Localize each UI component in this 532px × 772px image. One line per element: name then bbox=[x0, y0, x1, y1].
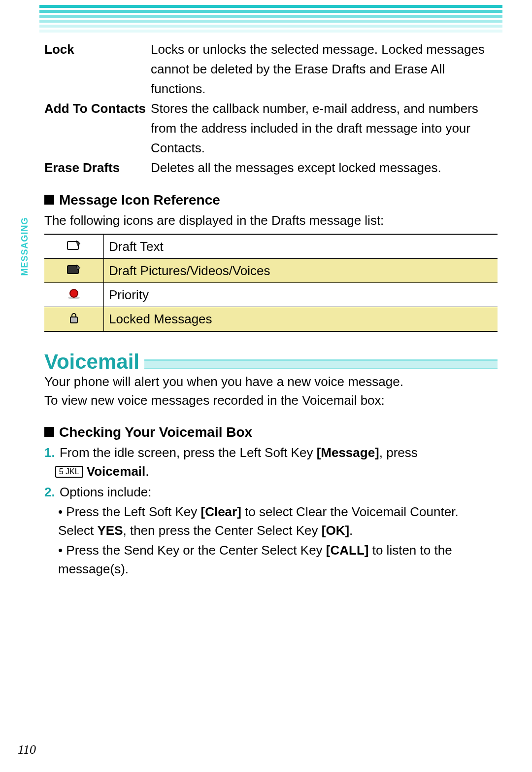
definition-term: Lock bbox=[44, 39, 151, 99]
section-tab-label: MESSAGING bbox=[20, 217, 30, 276]
step-text: , press bbox=[379, 445, 418, 460]
icon-label: Priority bbox=[104, 283, 498, 307]
icon-reference-intro: The following icons are displayed in the… bbox=[44, 211, 498, 230]
table-row: Draft Pictures/Videos/Voices bbox=[44, 259, 498, 283]
subheading-message-icon-reference: Message Icon Reference bbox=[44, 192, 498, 208]
definition-list: Lock Locks or unlocks the selected messa… bbox=[44, 39, 498, 177]
decorative-header-bars bbox=[39, 5, 502, 35]
step-number: 1. bbox=[44, 445, 55, 460]
table-row: Priority bbox=[44, 283, 498, 307]
draft-media-icon bbox=[44, 259, 104, 283]
definition-desc: Stores the callback number, e-mail addre… bbox=[151, 99, 498, 158]
step-item: 1. From the idle screen, press the Left … bbox=[44, 443, 498, 481]
subheading-text: Checking Your Voicemail Box bbox=[59, 424, 252, 440]
option-item: Press the Left Soft Key [Clear] to selec… bbox=[58, 502, 498, 540]
option-bold: YES bbox=[98, 523, 123, 538]
subheading-text: Message Icon Reference bbox=[59, 192, 220, 208]
option-text: Press the Send Key or the Center Select … bbox=[66, 543, 326, 558]
icon-reference-table: Draft Text Draft Pictures/Videos/Voices … bbox=[44, 234, 498, 332]
option-item: Press the Send Key or the Center Select … bbox=[58, 541, 498, 578]
section-title-rule bbox=[144, 359, 498, 369]
definition-row: Add To Contacts Stores the callback numb… bbox=[44, 99, 498, 158]
options-list: Press the Left Soft Key [Clear] to selec… bbox=[44, 502, 498, 578]
step-bold: Voicemail bbox=[87, 464, 145, 479]
definition-row: Erase Drafts Deletes all the messages ex… bbox=[44, 158, 498, 177]
step-text: From the idle screen, press the Left Sof… bbox=[60, 445, 317, 460]
option-text: . bbox=[349, 523, 353, 538]
step-text: . bbox=[145, 464, 149, 479]
subheading-checking-voicemail: Checking Your Voicemail Box bbox=[44, 424, 498, 440]
icon-label: Draft Pictures/Videos/Voices bbox=[104, 259, 498, 283]
table-row: Draft Text bbox=[44, 234, 498, 259]
svg-rect-5 bbox=[70, 317, 77, 323]
step-bold: [Message] bbox=[317, 445, 379, 460]
page-content: Lock Locks or unlocks the selected messa… bbox=[44, 39, 498, 580]
option-bold: [Clear] bbox=[200, 504, 241, 519]
definition-desc: Locks or unlocks the selected message. L… bbox=[151, 39, 498, 99]
step-text: Options include: bbox=[60, 485, 151, 499]
draft-text-icon bbox=[44, 234, 104, 259]
icon-label: Draft Text bbox=[104, 234, 498, 259]
section-title-text: Voicemail bbox=[44, 351, 139, 372]
priority-icon bbox=[44, 283, 104, 307]
page-number: 110 bbox=[18, 742, 36, 757]
option-bold: [OK] bbox=[322, 523, 349, 538]
section-heading-voicemail: Voicemail bbox=[44, 351, 498, 372]
steps-list: 1. From the idle screen, press the Left … bbox=[44, 443, 498, 578]
bullet-square-icon bbox=[44, 195, 54, 205]
icon-label: Locked Messages bbox=[104, 307, 498, 332]
option-bold: [CALL] bbox=[326, 543, 369, 558]
lock-icon bbox=[44, 307, 104, 332]
definition-term: Add To Contacts bbox=[44, 99, 151, 158]
table-row: Locked Messages bbox=[44, 307, 498, 332]
option-text: , then press the Center Select Key bbox=[123, 523, 322, 538]
bullet-square-icon bbox=[44, 427, 54, 437]
manual-page: MESSAGING Lock Locks or unlocks the sele… bbox=[0, 0, 532, 772]
definition-desc: Deletes all the messages except locked m… bbox=[151, 158, 498, 177]
step-item: 2. Options include: Press the Left Soft … bbox=[44, 483, 498, 578]
keycap-5jkl-icon: 5 JKL bbox=[55, 466, 83, 478]
definition-term: Erase Drafts bbox=[44, 158, 151, 177]
definition-row: Lock Locks or unlocks the selected messa… bbox=[44, 39, 498, 99]
step-number: 2. bbox=[44, 485, 55, 499]
option-text: Press the Left Soft Key bbox=[66, 504, 200, 519]
voicemail-intro: Your phone will alert you when you have … bbox=[44, 372, 498, 410]
